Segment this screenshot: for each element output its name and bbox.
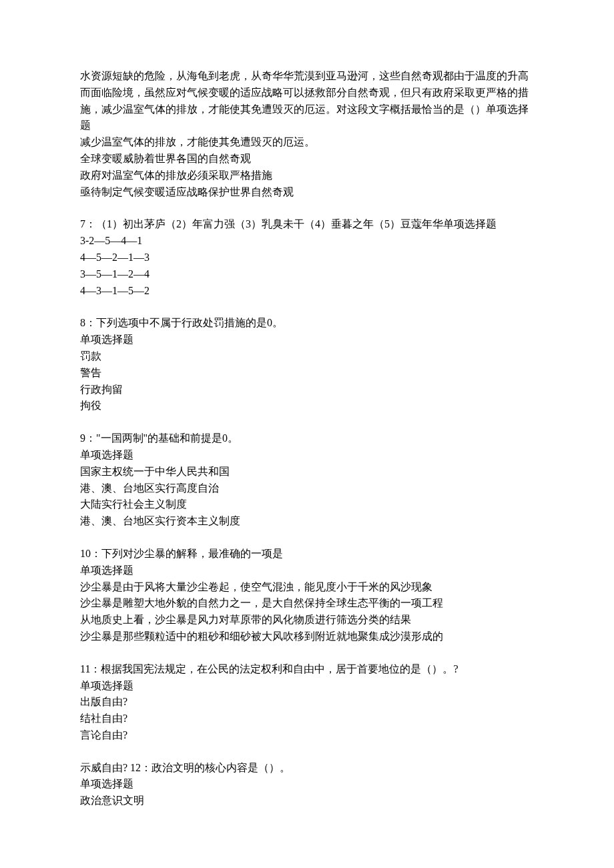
option-text: 政治意识文明 (80, 793, 534, 809)
option-text: 沙尘暴是那些颗粒适中的粗砂和细砂被大风吹移到附近就地聚集成沙漠形成的 (80, 628, 534, 645)
option-text: 4—5—2—1—3 (80, 250, 534, 266)
option-text: 3-2—5—4—1 (80, 233, 534, 250)
question-text: 水资源短缺的危险，从海龟到老虎，从奇华华荒漠到亚马逊河，这些自然奇观都由于温度的… (80, 68, 534, 134)
question-block-12: 示威自由? 12：政治文明的核心内容是（）。 单项选择题 政治意识文明 (80, 760, 534, 809)
option-text: 亟待制定气候变暖适应战略保护世界自然奇观 (80, 184, 534, 201)
option-text: 港、澳、台地区实行高度自治 (80, 480, 534, 497)
question-text: 7：（1）初出茅庐（2）年富力强（3）乳臭未干（4）垂暮之年（5）豆蔻年华单项选… (80, 216, 534, 233)
option-text: 沙尘暴是由于风将大量沙尘卷起，使空气混浊，能见度小于千米的风沙现象 (80, 579, 534, 596)
question-type-label: 单项选择题 (80, 447, 534, 464)
option-text: 出版自由? (80, 694, 534, 711)
question-text: 9："一国两制"的基础和前提是0。 (80, 430, 534, 447)
option-text: 结社自由? (80, 711, 534, 727)
question-block-9: 9："一国两制"的基础和前提是0。 单项选择题 国家主权统一于中华人民共和国 港… (80, 430, 534, 530)
question-type-label: 单项选择题 (80, 678, 534, 695)
question-block-7: 7：（1）初出茅庐（2）年富力强（3）乳臭未干（4）垂暮之年（5）豆蔻年华单项选… (80, 216, 534, 299)
option-text: 4—3—1—5—2 (80, 283, 534, 300)
option-text: 拘役 (80, 398, 534, 414)
option-text: 政府对温室气体的排放必须采取严格措施 (80, 167, 534, 184)
question-block-10: 10：下列对沙尘暴的解释，最准确的一项是 单项选择题 沙尘暴是由于风将大量沙尘卷… (80, 546, 534, 645)
question-text: 10：下列对沙尘暴的解释，最准确的一项是 (80, 546, 534, 562)
question-block-11: 11：根据我国宪法规定，在公民的法定权利和自由中，居于首要地位的是（）。? 单项… (80, 661, 534, 744)
question-text: 11：根据我国宪法规定，在公民的法定权利和自由中，居于首要地位的是（）。? (80, 661, 534, 678)
option-text: 警告 (80, 365, 534, 382)
option-text: 大陆实行社会主义制度 (80, 496, 534, 513)
option-text: 3—5—1—2—4 (80, 266, 534, 283)
question-type-label: 单项选择题 (80, 332, 534, 348)
option-text: 国家主权统一于中华人民共和国 (80, 464, 534, 480)
option-text: 行政拘留 (80, 382, 534, 398)
question-type-label: 单项选择题 (80, 562, 534, 579)
option-text: 从地质史上看，沙尘暴是风力对草原带的风化物质进行筛选分类的结果 (80, 612, 534, 628)
option-text: 港、澳、台地区实行资本主义制度 (80, 513, 534, 530)
document-page: 水资源短缺的危险，从海龟到老虎，从奇华华荒漠到亚马逊河，这些自然奇观都由于温度的… (0, 0, 614, 868)
option-text: 罚款 (80, 348, 534, 365)
option-text: 减少温室气体的排放，才能使其免遭毁灭的厄运。 (80, 134, 534, 151)
option-text: 沙尘暴是雕塑大地外貌的自然力之一，是大自然保持全球生态平衡的一项工程 (80, 595, 534, 612)
question-text: 示威自由? 12：政治文明的核心内容是（）。 (80, 760, 534, 777)
option-text: 言论自由? (80, 727, 534, 744)
question-block-8: 8：下列选项中不属于行政处罚措施的是0。 单项选择题 罚款 警告 行政拘留 拘役 (80, 315, 534, 414)
option-text: 全球变暖威胁着世界各国的自然奇观 (80, 151, 534, 167)
question-type-label: 单项选择题 (80, 776, 534, 793)
question-text: 8：下列选项中不属于行政处罚措施的是0。 (80, 315, 534, 332)
question-block-6-continued: 水资源短缺的危险，从海龟到老虎，从奇华华荒漠到亚马逊河，这些自然奇观都由于温度的… (80, 68, 534, 200)
